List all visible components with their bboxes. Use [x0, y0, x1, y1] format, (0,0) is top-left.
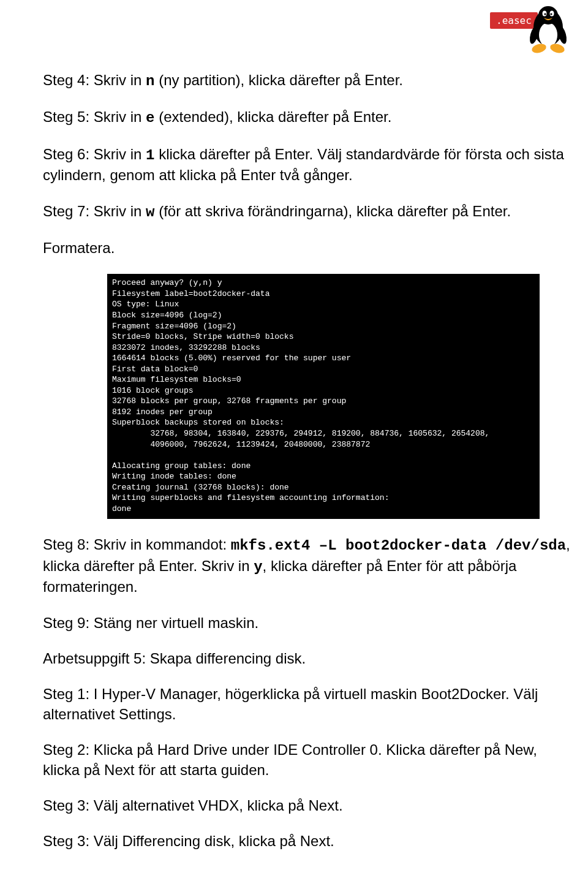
heading-arbetsuppgift-5: Arbetsuppgift 5: Skapa differencing disk…	[43, 649, 576, 668]
text: Steg 6: Skriv in	[43, 146, 146, 162]
inline-code: e	[146, 110, 154, 126]
text: (extended), klicka därefter på Enter.	[154, 108, 391, 125]
svg-point-6	[550, 13, 552, 15]
svg-point-5	[544, 13, 546, 15]
task5-step-3b: Steg 3: Välj Differencing disk, klicka p…	[43, 831, 576, 851]
text: Steg 8: Skriv in kommandot:	[43, 536, 231, 553]
task5-step-3a: Steg 3: Välj alternativet VHDX, klicka p…	[43, 796, 576, 815]
text: (ny partition), klicka därefter på Enter…	[154, 72, 403, 88]
text: Steg 7: Skriv in	[43, 203, 146, 219]
step-6: Steg 6: Skriv in 1 klicka därefter på En…	[43, 145, 576, 186]
svg-point-1	[539, 23, 557, 47]
step-7: Steg 7: Skriv in w (för att skriva förän…	[43, 202, 576, 222]
document-body: Steg 4: Skriv in n (ny partition), klick…	[43, 70, 576, 852]
inline-code: y	[254, 559, 262, 575]
task5-step-1: Steg 1: I Hyper-V Manager, högerklicka p…	[43, 684, 576, 724]
step-4: Steg 4: Skriv in n (ny partition), klick…	[43, 70, 576, 91]
text: Steg 5: Skriv in	[43, 108, 146, 125]
inline-code: 1	[146, 147, 154, 164]
step-9: Steg 9: Stäng ner virtuell maskin.	[43, 613, 576, 633]
header-logo: .easec	[490, 3, 570, 55]
text: (för att skriva förändringarna), klicka …	[154, 203, 511, 219]
step-5: Steg 5: Skriv in e (extended), klicka dä…	[43, 107, 576, 128]
heading-formatera: Formatera.	[43, 238, 576, 258]
inline-code: w	[146, 204, 154, 221]
inline-code: n	[146, 73, 154, 89]
terminal-screenshot: Proceed anyway? (y,n) y Filesystem label…	[107, 274, 540, 519]
text: Steg 4: Skriv in	[43, 72, 146, 88]
step-8: Steg 8: Skriv in kommandot: mkfs.ext4 –L…	[43, 535, 576, 597]
svg-point-2	[538, 6, 558, 25]
inline-code: mkfs.ext4 –L boot2docker-data /dev/sda	[231, 537, 566, 554]
tux-penguin-icon	[527, 4, 570, 55]
task5-step-2: Steg 2: Klicka på Hard Drive under IDE C…	[43, 740, 576, 780]
